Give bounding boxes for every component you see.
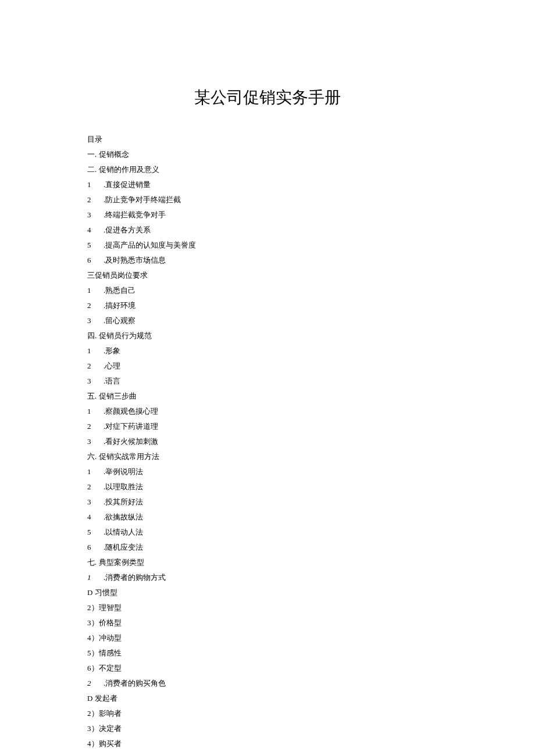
toc-number: 1 (87, 283, 95, 298)
table-of-contents: 目录一. 促销概念二. 促销的作用及意义1.直接促进销量2.防止竞争对手终端拦截… (87, 132, 448, 751)
toc-text: .对症下药讲道理 (104, 419, 158, 434)
toc-number: 3 (87, 434, 95, 449)
toc-line: D 发起者 (87, 691, 448, 706)
toc-line: 4.促进各方关系 (87, 223, 448, 238)
toc-line: 3.留心观察 (87, 313, 448, 328)
toc-number: 2 (87, 298, 95, 313)
toc-line: 6.及时熟悉市场信息 (87, 253, 448, 268)
toc-number: 3 (87, 495, 95, 510)
toc-text: .搞好环境 (104, 298, 135, 313)
toc-number: 2 (87, 676, 95, 691)
toc-line: 六. 促销实战常用方法 (87, 449, 448, 464)
toc-line: 2.消费者的购买角色 (87, 676, 448, 691)
toc-line: 1.察颜观色摸心理 (87, 404, 448, 419)
toc-number: 2 (87, 192, 95, 207)
toc-line: 3.语言 (87, 374, 448, 389)
toc-line: D 习惯型 (87, 585, 448, 600)
toc-line: 3）决定者 (87, 721, 448, 736)
toc-line: 3.看好火候加刺激 (87, 434, 448, 449)
toc-number: 2 (87, 419, 95, 434)
toc-text: .以理取胜法 (104, 479, 143, 495)
toc-number: 1 (87, 404, 95, 419)
toc-text: .及时熟悉市场信息 (104, 253, 166, 268)
document-page: 某公司促销实务手册 目录一. 促销概念二. 促销的作用及意义1.直接促进销量2.… (0, 0, 535, 756)
toc-number: 1 (87, 570, 95, 585)
toc-line: 3.终端拦截竞争对手 (87, 207, 448, 223)
toc-line: 1.熟悉自己 (87, 283, 448, 298)
toc-line: 1.直接促进销量 (87, 177, 448, 192)
toc-text: .心理 (104, 359, 120, 374)
toc-line: 一. 促销概念 (87, 147, 448, 162)
toc-line: 5.提高产品的认知度与美誉度 (87, 238, 448, 253)
document-title: 某公司促销实务手册 (87, 87, 448, 109)
toc-line: 七. 典型案例类型 (87, 555, 448, 570)
toc-number: 3 (87, 374, 95, 389)
toc-line: 5）情感性 (87, 646, 448, 661)
toc-text: .看好火候加刺激 (104, 434, 158, 449)
toc-text: .终端拦截竞争对手 (104, 207, 166, 223)
toc-number: 5 (87, 238, 95, 253)
toc-number: 5 (87, 525, 95, 540)
toc-text: .以情动人法 (104, 525, 143, 540)
toc-number: 3 (87, 313, 95, 328)
toc-line: 三促销员岗位要求 (87, 268, 448, 283)
toc-text: .消费者的购物方式 (104, 570, 166, 585)
toc-line: 6）不定型 (87, 661, 448, 676)
toc-number: 4 (87, 510, 95, 525)
toc-text: .提高产品的认知度与美誉度 (104, 238, 196, 253)
toc-text: .投其所好法 (104, 495, 143, 510)
toc-text: .语言 (104, 374, 120, 389)
toc-text: .欲擒故纵法 (104, 510, 143, 525)
toc-line: 2）理智型 (87, 600, 448, 615)
toc-line: 四. 促销员行为规范 (87, 328, 448, 343)
toc-line: 二. 促销的作用及意义 (87, 162, 448, 177)
toc-line: 五. 促销三步曲 (87, 389, 448, 404)
toc-number: 2 (87, 359, 95, 374)
toc-line: 2.以理取胜法 (87, 479, 448, 495)
toc-number: 1 (87, 343, 95, 359)
toc-text: .形象 (104, 343, 120, 359)
toc-line: 1.形象 (87, 343, 448, 359)
toc-text: .随机应变法 (104, 540, 143, 555)
toc-text: .察颜观色摸心理 (104, 404, 158, 419)
toc-line: 2.对症下药讲道理 (87, 419, 448, 434)
toc-line: 目录 (87, 132, 448, 147)
toc-text: .防止竞争对手终端拦截 (104, 192, 181, 207)
toc-text: .熟悉自己 (104, 283, 135, 298)
toc-number: 1 (87, 464, 95, 479)
toc-number: 6 (87, 540, 95, 555)
toc-line: 4.欲擒故纵法 (87, 510, 448, 525)
toc-line: 2.防止竞争对手终端拦截 (87, 192, 448, 207)
toc-line: 4）购买者 (87, 736, 448, 751)
toc-line: 1.消费者的购物方式 (87, 570, 448, 585)
toc-number: 3 (87, 207, 95, 223)
toc-line: 2）影响者 (87, 706, 448, 721)
toc-line: 1.举例说明法 (87, 464, 448, 479)
toc-number: 4 (87, 223, 95, 238)
toc-text: .促进各方关系 (104, 223, 151, 238)
toc-number: 2 (87, 479, 95, 495)
toc-line: 4）冲动型 (87, 630, 448, 646)
toc-line: 5.以情动人法 (87, 525, 448, 540)
toc-number: 6 (87, 253, 95, 268)
toc-line: 3）价格型 (87, 615, 448, 630)
toc-text: .举例说明法 (104, 464, 143, 479)
toc-line: 2.搞好环境 (87, 298, 448, 313)
toc-text: .留心观察 (104, 313, 135, 328)
toc-line: 6.随机应变法 (87, 540, 448, 555)
toc-text: .直接促进销量 (104, 177, 151, 192)
toc-number: 1 (87, 177, 95, 192)
toc-line: 3.投其所好法 (87, 495, 448, 510)
toc-text: .消费者的购买角色 (104, 676, 166, 691)
toc-line: 2.心理 (87, 359, 448, 374)
